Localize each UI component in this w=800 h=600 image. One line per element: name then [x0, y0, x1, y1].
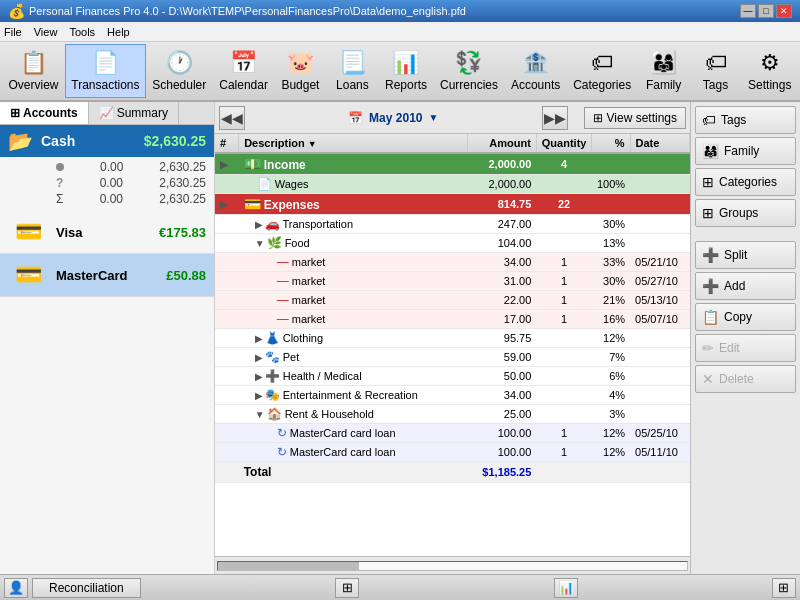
total-row: Total $1,185.25 [215, 462, 690, 483]
app-icon: 💰 [8, 3, 25, 19]
table-row[interactable]: — market 17.00 1 16% 05/07/10 [215, 310, 690, 329]
toolbar: 📋 Overview 📄 Transactions 🕐 Scheduler 📅 … [0, 42, 800, 102]
col-desc: Description ▼ [239, 134, 468, 153]
tab-accounts[interactable]: ⊞ Accounts [0, 102, 89, 124]
currencies-icon: 💱 [455, 50, 482, 76]
toolbar-settings[interactable]: ⚙ Settings [742, 44, 798, 98]
summary-tab-icon: 📈 [99, 106, 114, 120]
toolbar-transactions[interactable]: 📄 Transactions [65, 44, 146, 98]
family-btn-icon: 👨‍👩‍👧 [702, 143, 719, 159]
toolbar-overview[interactable]: 📋 Overview [2, 44, 65, 98]
table-row[interactable]: ▶➕ Health / Medical 50.00 6% [215, 367, 690, 386]
toolbar-categories[interactable]: 🏷 Categories [567, 44, 638, 98]
table-row[interactable]: — market 34.00 1 33% 05/21/10 [215, 253, 690, 272]
menu-help[interactable]: Help [107, 26, 130, 38]
toolbar-loans[interactable]: 📃 Loans [326, 44, 378, 98]
col-qty: Quantity [536, 134, 592, 153]
toolbar-budget[interactable]: 🐷 Budget [274, 44, 326, 98]
toolbar-reports[interactable]: 📊 Reports [378, 44, 433, 98]
table-row[interactable]: ▶👗 Clothing 95.75 12% [215, 329, 690, 348]
close-button[interactable]: ✕ [776, 4, 792, 18]
view-settings-button[interactable]: ⊞ View settings [584, 107, 686, 129]
table-row[interactable]: ▼🌿 Food 104.00 13% [215, 234, 690, 253]
table-row[interactable]: ↻ MasterCard card loan 100.00 1 12% 05/1… [215, 443, 690, 462]
minimize-button[interactable]: — [740, 4, 756, 18]
delete-btn-label: Delete [719, 372, 754, 386]
delete-button[interactable]: ✕ Delete [695, 365, 796, 393]
table-row[interactable]: ▶ 💳 Expenses 814.75 22 [215, 194, 690, 215]
table-row[interactable]: — market 31.00 1 30% 05/27/10 [215, 272, 690, 291]
main-area: ◀◀ 📅 May 2010 ▼ ▶▶ ⊞ View settings # Des… [215, 102, 690, 574]
table-row[interactable]: — market 22.00 1 21% 05/13/10 [215, 291, 690, 310]
categories-btn-label: Categories [719, 175, 777, 189]
table-row[interactable]: ▶🚗 Transportation 247.00 30% [215, 215, 690, 234]
right-panel: 🏷 Tags 👨‍👩‍👧 Family ⊞ Categories ⊞ Group… [690, 102, 800, 574]
cash-balance: $2,630.25 [144, 133, 206, 149]
menu-view[interactable]: View [34, 26, 58, 38]
menu-tools[interactable]: Tools [69, 26, 95, 38]
accounts-icon: 🏦 [522, 50, 549, 76]
dropdown-arrow[interactable]: ▼ [428, 112, 438, 123]
table-row[interactable]: ▶🎭 Entertainment & Recreation 34.00 4% [215, 386, 690, 405]
groups-button[interactable]: ⊞ Groups [695, 199, 796, 227]
tags-button[interactable]: 🏷 Tags [695, 106, 796, 134]
add-button[interactable]: ➕ Add [695, 272, 796, 300]
visa-icon: 💳 [8, 217, 48, 247]
family-button[interactable]: 👨‍👩‍👧 Family [695, 137, 796, 165]
transactions-table: # Description ▼ Amount Quantity % Date ▶… [215, 134, 690, 483]
split-button[interactable]: ➕ Split [695, 241, 796, 269]
accounts-tab-label: Accounts [23, 106, 78, 120]
table-header: # Description ▼ Amount Quantity % Date [215, 134, 690, 153]
statusbar: 👤 Reconciliation ⊞ 📊 ⊞ [0, 574, 800, 600]
delete-btn-icon: ✕ [702, 371, 714, 387]
toolbar-scheduler[interactable]: 🕐 Scheduler [146, 44, 213, 98]
tags-icon: 🏷 [705, 50, 727, 76]
cash-row-1: 0.00 2,630.25 [56, 159, 206, 175]
tab-bar: ⊞ Accounts 📈 Summary [0, 102, 214, 125]
account-cash[interactable]: 📂 Cash $2,630.25 0.00 2,630.25 ? 0.00 2,… [0, 125, 214, 211]
toolbar-currencies[interactable]: 💱 Currencies [434, 44, 505, 98]
mastercard-icon: 💳 [8, 260, 48, 290]
table-row[interactable]: ▼🏠 Rent & Household 25.00 3% [215, 405, 690, 424]
horizontal-scrollbar[interactable] [215, 556, 690, 574]
copy-btn-icon: 📋 [702, 309, 719, 325]
toolbar-tags[interactable]: 🏷 Tags [690, 44, 742, 98]
groups-btn-label: Groups [719, 206, 758, 220]
add-btn-label: Add [724, 279, 745, 293]
edit-button[interactable]: ✏ Edit [695, 334, 796, 362]
tab-summary[interactable]: 📈 Summary [89, 102, 179, 124]
family-btn-label: Family [724, 144, 759, 158]
statusbar-icon2[interactable]: ⊞ [335, 578, 359, 598]
table-row[interactable]: ▶🐾 Pet 59.00 7% [215, 348, 690, 367]
table-row[interactable]: ↻ MasterCard card loan 100.00 1 12% 05/2… [215, 424, 690, 443]
copy-btn-label: Copy [724, 310, 752, 324]
table-row[interactable]: 📄 Wages 2,000.00 100% [215, 175, 690, 194]
col-date: Date [630, 134, 689, 153]
reconciliation-button[interactable]: Reconciliation [32, 578, 141, 598]
prev-button[interactable]: ◀◀ [219, 106, 245, 130]
add-btn-icon: ➕ [702, 278, 719, 294]
split-btn-icon: ➕ [702, 247, 719, 263]
categories-btn-icon: ⊞ [702, 174, 714, 190]
statusbar-icon3[interactable]: 📊 [554, 578, 578, 598]
menu-file[interactable]: File [4, 26, 22, 38]
statusbar-icon1[interactable]: 👤 [4, 578, 28, 598]
categories-button[interactable]: ⊞ Categories [695, 168, 796, 196]
col-amount: Amount [467, 134, 536, 153]
transactions-icon: 📄 [92, 50, 119, 76]
statusbar-icon4[interactable]: ⊞ [772, 578, 796, 598]
next-button[interactable]: ▶▶ [542, 106, 568, 130]
month-label: May 2010 [369, 111, 422, 125]
toolbar-accounts[interactable]: 🏦 Accounts [504, 44, 566, 98]
view-settings-icon: ⊞ [593, 111, 603, 125]
account-mastercard[interactable]: 💳 MasterCard £50.88 [0, 254, 214, 297]
calendar-icon-small: 📅 [348, 111, 363, 125]
toolbar-calendar[interactable]: 📅 Calendar [213, 44, 275, 98]
tags-btn-label: Tags [721, 113, 746, 127]
month-display: 📅 May 2010 ▼ [249, 111, 538, 125]
table-row[interactable]: ▶ 💵 Income 2,000.00 4 [215, 153, 690, 175]
account-visa[interactable]: 💳 Visa €175.83 [0, 211, 214, 254]
copy-button[interactable]: 📋 Copy [695, 303, 796, 331]
maximize-button[interactable]: □ [758, 4, 774, 18]
toolbar-family[interactable]: 👨‍👩‍👧 Family [638, 44, 690, 98]
